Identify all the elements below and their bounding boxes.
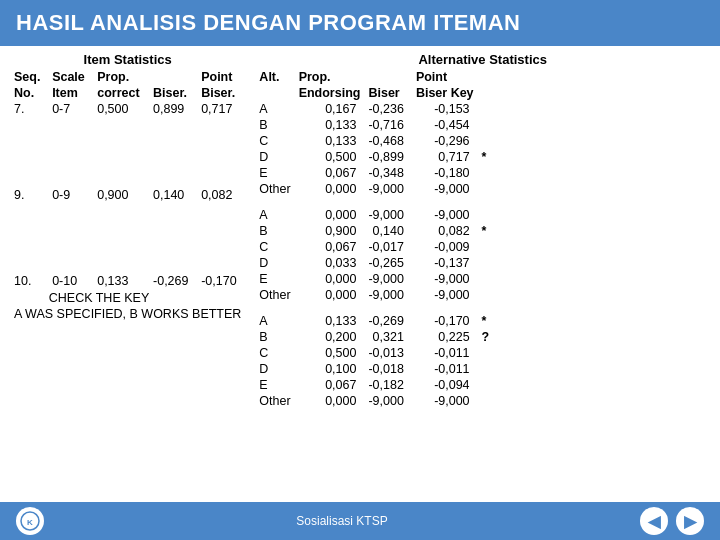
- alt-cell-pbiser: -0,170: [412, 313, 478, 329]
- alt-cell-prop: 0,133: [295, 313, 365, 329]
- alt-cell-flag: *: [478, 223, 494, 239]
- alt-row: B 0,133 -0,716 -0,454: [255, 117, 493, 133]
- alt-cell-prop: 0,100: [295, 361, 365, 377]
- alt-row: E 0,067 -0,182 -0,094: [255, 377, 493, 393]
- alt-cell-flag: [478, 239, 494, 255]
- alt-statistics-section: Alternative Statistics Alt. Prop. Point: [245, 52, 710, 409]
- col-no: No.: [10, 85, 48, 101]
- alt-cell-prop: 0,000: [295, 207, 365, 223]
- alt-cell-alt: D: [255, 149, 294, 165]
- alt-cell-pbiser: -9,000: [412, 287, 478, 303]
- b-works-label: A WAS SPECIFIED, B WORKS BETTER: [14, 307, 241, 321]
- spacer-7a: [10, 127, 245, 139]
- alt-cell-alt: C: [255, 345, 294, 361]
- alt-row: E 0,067 -0,348 -0,180: [255, 165, 493, 181]
- svg-text:K: K: [27, 518, 33, 527]
- alt-col-prop: Prop.: [295, 69, 365, 85]
- footer-text: Sosialisasi KTSP: [296, 514, 387, 528]
- spacer-7b: [10, 139, 245, 151]
- alt-cell-prop: 0,500: [295, 345, 365, 361]
- alt-col-endorsing: Endorsing: [295, 85, 365, 101]
- alt-col-alt2: [255, 85, 294, 101]
- alt-row: C 0,067 -0,017 -0,009: [255, 239, 493, 255]
- alt-cell-biser: 0,140: [364, 223, 411, 239]
- col-scale: Scale: [48, 69, 93, 85]
- b-works-cell: A WAS SPECIFIED, B WORKS BETTER: [10, 306, 245, 322]
- alt-cell-prop: 0,000: [295, 181, 365, 197]
- alt-cell-flag: [478, 287, 494, 303]
- spacer-9a: [10, 203, 245, 213]
- alt-cell-pbiser: -0,011: [412, 361, 478, 377]
- alt-cell-flag: [478, 117, 494, 133]
- alt-cell-pbiser: -0,180: [412, 165, 478, 181]
- alt-stats-table: Alt. Prop. Point Endorsing Biser Biser K…: [255, 69, 493, 409]
- pbiser-7: 0,717: [197, 101, 245, 117]
- pbiser-9: 0,082: [197, 187, 245, 203]
- alt-cell-pbiser: 0,082: [412, 223, 478, 239]
- alt-row: A 0,167 -0,236 -0,153: [255, 101, 493, 117]
- alt-cell-biser: -0,899: [364, 149, 411, 165]
- item-row-7: 7. 0-7 0,500 0,899 0,717: [10, 101, 245, 117]
- footer-bar: K Sosialisasi KTSP ◀ ▶: [0, 502, 720, 540]
- alt-cell-alt: B: [255, 117, 294, 133]
- alt-cell-prop: 0,200: [295, 329, 365, 345]
- alt-cell-flag: ?: [478, 329, 494, 345]
- alt-cell-prop: 0,000: [295, 287, 365, 303]
- alt-cell-pbiser: -0,009: [412, 239, 478, 255]
- alt-row: Other 0,000 -9,000 -9,000: [255, 393, 493, 409]
- col-pbiser: Biser.: [197, 85, 245, 101]
- alt-cell-prop: 0,067: [295, 377, 365, 393]
- spacer-7d: [10, 163, 245, 175]
- chevron-right-icon: ▶: [684, 512, 696, 531]
- alt-cell-alt: Other: [255, 181, 294, 197]
- alt-cell-alt: C: [255, 239, 294, 255]
- col-prop: Prop.: [93, 69, 149, 85]
- alt-cell-prop: 0,500: [295, 149, 365, 165]
- alt-cell-alt: A: [255, 101, 294, 117]
- nav-prev-button[interactable]: ◀: [640, 507, 668, 535]
- check-key-row: CHECK THE KEY: [10, 289, 245, 306]
- alt-cell-alt: E: [255, 377, 294, 393]
- alt-row: [255, 303, 493, 313]
- spacer-9b: [10, 213, 245, 225]
- pbiser-10: -0,170: [197, 273, 245, 289]
- app: HASIL ANALISIS DENGAN PROGRAM ITEMAN Ite…: [0, 0, 720, 540]
- alt-cell-flag: [478, 255, 494, 271]
- col-seq: Seq.: [10, 69, 48, 85]
- chevron-left-icon: ◀: [648, 512, 660, 531]
- alt-cell-biser: -9,000: [364, 393, 411, 409]
- alt-col-point: Point: [412, 69, 478, 85]
- spacer-7c: [10, 151, 245, 163]
- alt-row: C 0,500 -0,013 -0,011: [255, 345, 493, 361]
- alt-cell-prop: 0,000: [295, 393, 365, 409]
- alt-col-blank: [364, 69, 411, 85]
- alt-row: C 0,133 -0,468 -0,296: [255, 133, 493, 149]
- alt-cell-alt: Other: [255, 287, 294, 303]
- alt-cell-biser: -0,269: [364, 313, 411, 329]
- check-key-label: CHECK THE KEY: [49, 291, 150, 305]
- biser-9: 0,140: [149, 187, 197, 203]
- alt-cell-alt: E: [255, 165, 294, 181]
- alt-cell-flag: [478, 345, 494, 361]
- alt-stats-body: A 0,167 -0,236 -0,153 B 0,133 -0,716 -0,…: [255, 101, 493, 409]
- spacer-9d: [10, 237, 245, 249]
- col-item: Item: [48, 85, 93, 101]
- nav-buttons: ◀ ▶: [640, 507, 704, 535]
- alt-row: A 0,133 -0,269 -0,170 *: [255, 313, 493, 329]
- page-header: HASIL ANALISIS DENGAN PROGRAM ITEMAN: [0, 0, 720, 46]
- spacer-9c: [10, 225, 245, 237]
- spacer-9e: [10, 249, 245, 261]
- alt-cell-biser: -0,182: [364, 377, 411, 393]
- alt-cell-biser: -0,348: [364, 165, 411, 181]
- prop-10: 0,133: [93, 273, 149, 289]
- alt-cell-alt: A: [255, 313, 294, 329]
- alt-cell-prop: 0,167: [295, 101, 365, 117]
- alt-cell-flag: [478, 271, 494, 287]
- nav-next-button[interactable]: ▶: [676, 507, 704, 535]
- alt-row: Other 0,000 -9,000 -9,000: [255, 181, 493, 197]
- alt-cell-alt: B: [255, 329, 294, 345]
- alt-row: B 0,900 0,140 0,082 *: [255, 223, 493, 239]
- col-biser: Biser.: [149, 85, 197, 101]
- seq-10: 10.: [10, 273, 48, 289]
- logo: K: [16, 507, 44, 535]
